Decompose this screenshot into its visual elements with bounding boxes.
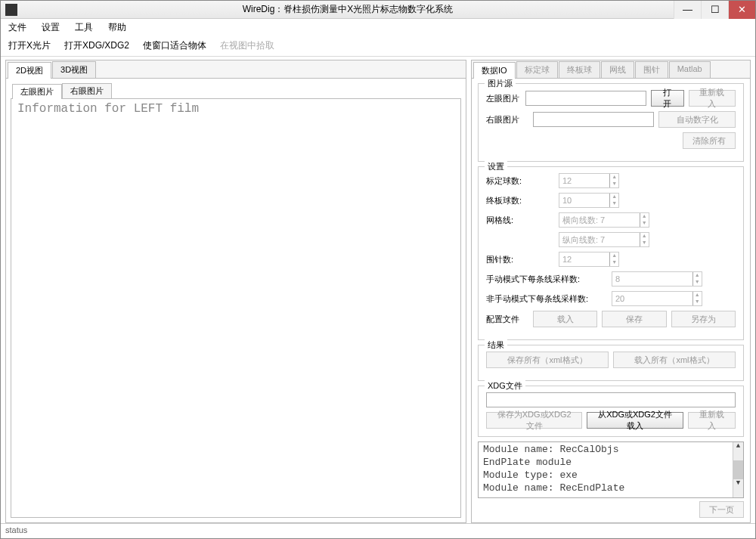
tb-open-xdg[interactable]: 打开XDG/XDG2	[64, 39, 129, 52]
group-image-source: 图片源 左眼图片 打开 重新载入 右眼图片 自动数字化 清除所有	[478, 83, 744, 162]
window-title: WireDig：脊柱损伤测量中X光照片标志物数字化系统	[22, 3, 674, 16]
load-config-button: 载入	[533, 311, 597, 327]
hgrid-spinbox: ▲▼	[559, 212, 649, 228]
nonmanual-samples-spinbox: ▲▼	[612, 291, 702, 306]
scroll-down-icon[interactable]: ▼	[733, 479, 743, 497]
tb-pick-in-view: 在视图中拾取	[220, 39, 274, 52]
status-bar: status	[1, 523, 755, 538]
menu-file[interactable]: 文件	[5, 20, 29, 36]
scroll-thumb[interactable]	[733, 460, 743, 479]
config-file-label: 配置文件	[486, 314, 528, 325]
tab-endplate-balls[interactable]: 终板球	[559, 61, 600, 78]
title-bar: WireDig：脊柱损伤测量中X光照片标志物数字化系统 — ☐ ✕	[1, 1, 755, 19]
next-page-button: 下一页	[699, 501, 744, 518]
output-line: Module type: exe	[483, 469, 739, 482]
endplate-balls-spinbox: ▲▼	[559, 193, 619, 208]
output-line: Module name: RecCalObjs	[483, 444, 739, 457]
load-all-xml-button: 载入所有（xml格式）	[613, 352, 736, 368]
save-xdg-button: 保存为XDG或XDG2文件	[486, 412, 582, 429]
eye-subtabs: 左眼图片 右眼图片	[11, 83, 461, 98]
group-results: 结果 保存所有（xml格式） 载入所有（xml格式）	[478, 345, 744, 381]
group-label-settings: 设置	[485, 161, 507, 172]
main-area: 2D视图 3D视图 左眼图片 右眼图片 Information for LEFT…	[1, 57, 755, 523]
right-tabgroup: 数据IO 标定球 终板球 网线 围针 Matlab 图片源 左眼图片 打开 重新…	[471, 60, 751, 523]
output-log: Module name: RecCalObjs EndPlate module …	[478, 441, 744, 498]
left-tabs: 2D视图 3D视图	[6, 60, 466, 78]
save-config-button: 保存	[602, 311, 666, 327]
subtab-right-eye[interactable]: 右眼图片	[62, 83, 112, 98]
output-scrollbar[interactable]: ▲ ▼	[733, 442, 743, 497]
tab-data-io[interactable]: 数据IO	[473, 62, 516, 79]
right-tabs: 数据IO 标定球 终板球 网线 围针 Matlab	[472, 60, 750, 78]
reload-xdg-button: 重新载入	[688, 412, 736, 429]
group-label-image-source: 图片源	[485, 78, 516, 89]
tab-3d-view[interactable]: 3D视图	[52, 61, 96, 78]
reload-image-button: 重新载入	[689, 90, 736, 107]
load-xdg-button[interactable]: 从XDG或XDG2文件载入	[587, 412, 683, 429]
calib-balls-spinbox: ▲▼	[559, 173, 619, 188]
output-line: Module name: RecEndPlate	[483, 482, 739, 495]
left-image-label: 左眼图片	[486, 93, 521, 104]
status-text: status	[5, 525, 27, 534]
wire-pins-label: 围针数:	[486, 254, 554, 265]
clear-all-button: 清除所有	[683, 132, 736, 149]
close-button[interactable]: ✕	[728, 1, 755, 19]
menu-settings[interactable]: 设置	[39, 20, 63, 36]
tab-2d-view[interactable]: 2D视图	[8, 62, 51, 79]
right-image-label: 右眼图片	[486, 114, 528, 125]
left-tabgroup: 2D视图 3D视图 左眼图片 右眼图片 Information for LEFT…	[5, 60, 466, 523]
toolbar: 打开X光片 打开XDG/XDG2 使窗口适合物体 在视图中拾取	[1, 36, 755, 57]
tab-calib-balls[interactable]: 标定球	[516, 61, 558, 78]
grid-lines-label: 网格线:	[486, 215, 554, 226]
manual-samples-label: 手动模式下每条线采样数:	[486, 274, 607, 285]
tab-grid-lines[interactable]: 网线	[601, 61, 634, 78]
group-label-results: 结果	[485, 339, 507, 351]
tb-fit-window[interactable]: 使窗口适合物体	[143, 39, 206, 52]
output-line: EndPlate module	[483, 457, 739, 469]
saveas-config-button: 另存为	[671, 311, 736, 327]
right-tab-body: 图片源 左眼图片 打开 重新载入 右眼图片 自动数字化 清除所有 设	[472, 78, 750, 522]
left-tab-body: 左眼图片 右眼图片 Information for LEFT film	[6, 78, 466, 522]
window-controls: — ☐ ✕	[674, 1, 755, 19]
subtab-left-eye[interactable]: 左眼图片	[12, 84, 62, 99]
group-settings: 设置 标定球数: ▲▼ 终板球数: ▲▼ 网格线: ▲▼ ▲▼	[478, 166, 744, 340]
minimize-button[interactable]: —	[674, 1, 701, 19]
xdg-path-input[interactable]	[486, 392, 736, 407]
tab-matlab[interactable]: Matlab	[669, 61, 711, 78]
menu-bar: 文件 设置 工具 帮助	[1, 19, 755, 36]
film-info-text: Information for LEFT film	[17, 102, 454, 116]
right-image-input[interactable]	[533, 112, 654, 127]
auto-digitize-button: 自动数字化	[658, 111, 736, 128]
group-xdg: XDG文件 保存为XDG或XDG2文件 从XDG或XDG2文件载入 重新载入	[478, 386, 744, 437]
tab-wire-pins[interactable]: 围针	[635, 61, 668, 78]
wire-pins-spinbox: ▲▼	[559, 252, 619, 267]
maximize-button[interactable]: ☐	[701, 1, 728, 19]
left-image-input[interactable]	[525, 91, 646, 106]
calib-balls-label: 标定球数:	[486, 175, 554, 187]
app-icon	[5, 4, 17, 16]
film-view: Information for LEFT film	[11, 98, 461, 518]
scroll-up-icon[interactable]: ▲	[733, 442, 743, 460]
nonmanual-samples-label: 非手动模式下每条线采样数:	[486, 293, 607, 305]
menu-help[interactable]: 帮助	[105, 20, 129, 36]
group-label-xdg: XDG文件	[485, 380, 525, 392]
endplate-balls-label: 终板球数:	[486, 195, 554, 206]
open-image-button[interactable]: 打开	[651, 90, 684, 107]
manual-samples-spinbox: ▲▼	[612, 271, 702, 287]
tb-open-xray[interactable]: 打开X光片	[8, 39, 51, 52]
vgrid-spinbox: ▲▼	[559, 232, 649, 247]
menu-tools[interactable]: 工具	[72, 20, 96, 36]
save-all-xml-button: 保存所有（xml格式）	[486, 352, 609, 368]
